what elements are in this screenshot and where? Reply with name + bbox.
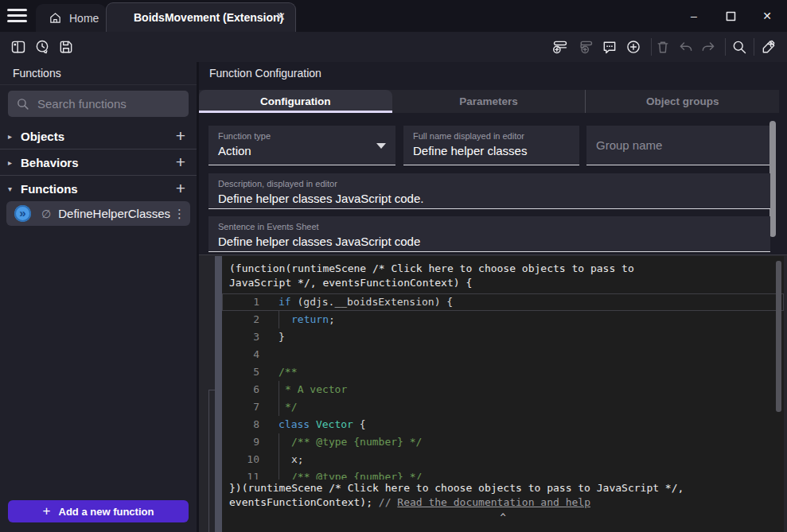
code-scrollbar[interactable] <box>776 261 781 420</box>
code-text: x; <box>279 451 784 468</box>
home-icon <box>49 11 62 25</box>
sidebar-section-behaviors[interactable]: ▸ Behaviors + <box>0 150 197 175</box>
sentence-field[interactable]: Sentence in Events Sheet <box>208 216 770 252</box>
scrollbar-thumb[interactable] <box>769 121 776 237</box>
code-line[interactable]: 9/** @type {number} */ <box>222 433 784 451</box>
code-header-line2: JavaScript */, eventsFunctionContext) { <box>229 277 472 289</box>
maximize-button[interactable] <box>722 7 739 25</box>
code-line[interactable]: 6* A vector <box>222 381 784 398</box>
chevron-right-icon: ▸ <box>8 132 19 141</box>
code-lines[interactable]: 1if (gdjs.__boidsExtension) {2return;3}4… <box>222 293 784 484</box>
divider <box>199 254 787 255</box>
search-functions-input[interactable] <box>37 97 181 111</box>
line-number: 9 <box>222 433 259 451</box>
group-name-field[interactable] <box>586 126 770 165</box>
toolbar-divider <box>651 38 652 56</box>
documentation-link[interactable]: Read the documentation and help <box>397 496 590 508</box>
full-name-field[interactable]: Full name displayed in editor <box>403 126 579 165</box>
scrollbar-thumb[interactable] <box>776 261 781 412</box>
group-name-input[interactable] <box>596 138 761 152</box>
code-text: /** @type {number} */ <box>279 433 784 451</box>
tab-parameters[interactable]: Parameters <box>392 90 586 113</box>
app-window: Home BoidsMovement (Extension) ✕ – ✕ Pre… <box>0 0 787 532</box>
description-input[interactable] <box>218 192 761 205</box>
code-line[interactable]: 1if (gdjs.__boidsExtension) { <box>222 293 784 311</box>
line-number: 4 <box>222 346 259 363</box>
full-name-input[interactable] <box>413 144 570 157</box>
code-footer-comment: // <box>379 496 397 508</box>
tab-object-groups[interactable]: Object groups <box>585 90 779 113</box>
tab-home-label: Home <box>69 12 99 25</box>
tab-boidsmovement[interactable]: BoidsMovement (Extension) ✕ <box>106 2 296 32</box>
code-header-line1: (function(runtimeScene /* Click here to … <box>229 262 634 274</box>
delete-icon[interactable] <box>655 39 671 55</box>
plus-icon: + <box>43 503 51 519</box>
code-line[interactable]: 2return; <box>222 311 784 328</box>
description-field[interactable]: Description, displayed in editor <box>208 173 770 209</box>
sidebar-section-objects[interactable]: ▸ Objects + <box>0 123 197 149</box>
code-wrapper-header[interactable]: (function(runtimeScene /* Click here to … <box>222 256 784 292</box>
code-text: } <box>279 328 784 346</box>
tab-configuration[interactable]: Configuration <box>199 90 392 113</box>
code-footer-line2: eventsFunctionContext); <box>229 496 379 508</box>
code-text: */ <box>279 398 784 416</box>
code-line[interactable]: 8class Vector { <box>222 416 784 433</box>
code-line[interactable]: 4 <box>222 346 784 363</box>
add-event-icon[interactable] <box>552 39 568 55</box>
line-number: 10 <box>222 451 259 468</box>
minimize-button[interactable]: – <box>685 7 703 25</box>
code-line[interactable]: 3} <box>222 328 784 346</box>
tab-label: Object groups <box>646 95 719 107</box>
search-functions-box[interactable] <box>8 91 189 117</box>
configuration-tabs: Configuration Parameters Object groups <box>199 90 779 113</box>
code-text: return; <box>279 311 784 328</box>
add-function-icon[interactable]: + <box>176 181 185 196</box>
save-icon[interactable] <box>58 39 74 55</box>
caret-up-icon: ^ <box>222 512 784 523</box>
code-line[interactable]: 10x; <box>222 451 784 468</box>
function-type-select[interactable]: Function type Action <box>208 126 395 165</box>
toolbar-divider <box>754 38 754 56</box>
edit-extension-icon[interactable] <box>761 39 777 55</box>
code-line[interactable]: 7*/ <box>222 398 784 416</box>
code-editor[interactable]: (function(runtimeScene /* Click here to … <box>222 256 784 532</box>
dropdown-arrow-icon <box>376 143 386 149</box>
js-event-handle[interactable] <box>215 256 222 532</box>
undo-icon[interactable] <box>678 39 694 55</box>
section-label: Objects <box>21 130 176 143</box>
add-new-function-label: Add a new function <box>59 506 154 518</box>
history-icon[interactable] <box>34 39 50 55</box>
line-number: 2 <box>222 311 259 328</box>
add-circle-icon[interactable] <box>625 39 641 55</box>
code-footer-line1: })(runtimeScene /* Click here to choose … <box>229 482 684 494</box>
add-behavior-icon[interactable]: + <box>176 154 185 170</box>
tab-close-icon[interactable]: ✕ <box>275 10 286 24</box>
main-menu-icon[interactable] <box>7 9 27 23</box>
function-icon: » <box>14 205 31 222</box>
tab-active-label: BoidsMovement (Extension) <box>134 11 283 24</box>
event-outline <box>208 390 209 532</box>
code-text: if (gdjs.__boidsExtension) { <box>279 293 784 311</box>
code-line[interactable]: 5/** <box>222 363 784 381</box>
field-label: Description, displayed in editor <box>218 179 761 188</box>
redo-icon[interactable] <box>700 39 716 55</box>
field-label: Sentence in Events Sheet <box>218 222 761 231</box>
item-menu-icon[interactable]: ⋮ <box>170 207 189 221</box>
sentence-input[interactable] <box>218 235 761 248</box>
add-subevent-icon[interactable] <box>578 39 594 55</box>
panel-title: Function Configuration <box>199 62 787 85</box>
toolbar: Preview Share <box>0 32 787 62</box>
function-item-definehelperclasses[interactable]: » ∅ DefineHelperClasses ⋮ <box>6 201 190 226</box>
line-number: 7 <box>222 398 259 416</box>
line-number: 6 <box>222 381 259 398</box>
close-button[interactable]: ✕ <box>758 7 776 25</box>
add-comment-icon[interactable] <box>602 39 618 55</box>
sidebar-section-functions[interactable]: ▾ Functions + <box>0 176 197 201</box>
add-object-icon[interactable]: + <box>176 128 185 144</box>
line-number: 8 <box>222 416 259 433</box>
search-icon[interactable] <box>731 39 747 55</box>
panels-layout-icon[interactable] <box>10 39 26 55</box>
config-scrollbar[interactable] <box>769 119 776 258</box>
add-new-function-button[interactable]: + Add a new function <box>8 500 189 522</box>
tab-home[interactable]: Home <box>36 4 106 32</box>
